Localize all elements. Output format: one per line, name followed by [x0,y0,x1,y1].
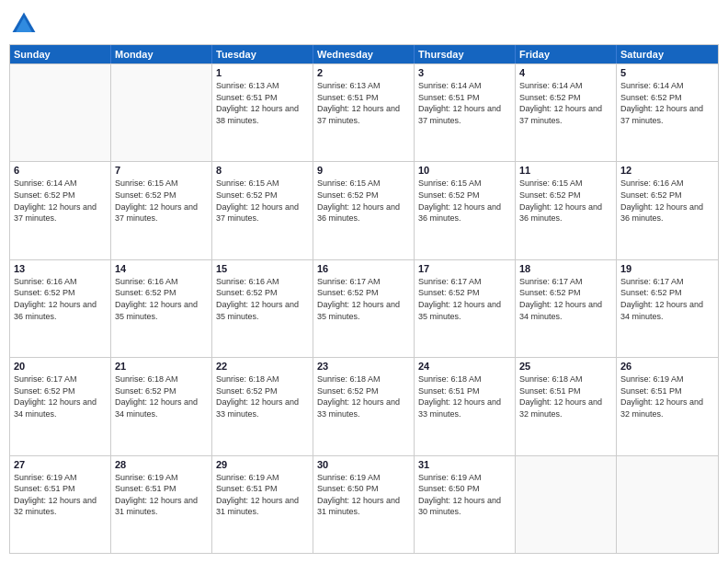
day-number: 25 [519,361,612,372]
cell-info: Sunrise: 6:17 AM Sunset: 6:52 PM Dayligh… [418,276,511,322]
cell-info: Sunrise: 6:19 AM Sunset: 6:51 PM Dayligh… [115,472,208,518]
cell-info: Sunrise: 6:13 AM Sunset: 6:51 PM Dayligh… [216,80,309,126]
calendar-cell-16: 16Sunrise: 6:17 AM Sunset: 6:52 PM Dayli… [313,260,415,357]
calendar-cell-30: 30Sunrise: 6:19 AM Sunset: 6:50 PM Dayli… [313,456,415,553]
day-number: 14 [115,263,208,274]
cell-info: Sunrise: 6:18 AM Sunset: 6:51 PM Dayligh… [418,373,511,419]
calendar-cell-10: 10Sunrise: 6:15 AM Sunset: 6:52 PM Dayli… [415,162,516,259]
calendar-cell-27: 27Sunrise: 6:19 AM Sunset: 6:51 PM Dayli… [10,456,111,553]
calendar-cell-5: 5Sunrise: 6:14 AM Sunset: 6:52 PM Daylig… [617,64,718,161]
calendar-cell-11: 11Sunrise: 6:15 AM Sunset: 6:52 PM Dayli… [516,162,617,259]
calendar-cell-4: 4Sunrise: 6:14 AM Sunset: 6:52 PM Daylig… [516,64,617,161]
cell-info: Sunrise: 6:18 AM Sunset: 6:52 PM Dayligh… [216,373,309,419]
cell-info: Sunrise: 6:16 AM Sunset: 6:52 PM Dayligh… [14,276,107,322]
day-number: 31 [418,459,511,470]
cell-info: Sunrise: 6:13 AM Sunset: 6:51 PM Dayligh… [317,80,410,126]
cell-info: Sunrise: 6:17 AM Sunset: 6:52 PM Dayligh… [620,276,714,322]
day-number: 2 [317,67,410,78]
calendar-cell-empty [10,64,111,161]
day-number: 4 [519,67,612,78]
cell-info: Sunrise: 6:16 AM Sunset: 6:52 PM Dayligh… [115,276,208,322]
day-number: 8 [216,165,309,176]
calendar-cell-28: 28Sunrise: 6:19 AM Sunset: 6:51 PM Dayli… [111,456,212,553]
day-number: 22 [216,361,309,372]
calendar-cell-15: 15Sunrise: 6:16 AM Sunset: 6:52 PM Dayli… [212,260,313,357]
calendar-cell-14: 14Sunrise: 6:16 AM Sunset: 6:52 PM Dayli… [111,260,212,357]
cell-info: Sunrise: 6:17 AM Sunset: 6:52 PM Dayligh… [519,276,612,322]
calendar-cell-3: 3Sunrise: 6:14 AM Sunset: 6:51 PM Daylig… [415,64,516,161]
calendar-cell-18: 18Sunrise: 6:17 AM Sunset: 6:52 PM Dayli… [516,260,617,357]
day-number: 24 [418,361,511,372]
day-number: 15 [216,263,309,274]
cell-info: Sunrise: 6:14 AM Sunset: 6:51 PM Dayligh… [418,80,511,126]
day-number: 16 [317,263,410,274]
calendar-cell-8: 8Sunrise: 6:15 AM Sunset: 6:52 PM Daylig… [212,162,313,259]
day-number: 1 [216,67,309,78]
cell-info: Sunrise: 6:19 AM Sunset: 6:50 PM Dayligh… [418,472,511,518]
calendar-cell-26: 26Sunrise: 6:19 AM Sunset: 6:51 PM Dayli… [617,358,718,454]
day-number: 29 [216,459,309,470]
calendar-cell-7: 7Sunrise: 6:15 AM Sunset: 6:52 PM Daylig… [111,162,212,259]
calendar-cell-empty [111,64,212,161]
day-number: 27 [14,459,107,470]
cell-info: Sunrise: 6:14 AM Sunset: 6:52 PM Dayligh… [519,80,612,126]
calendar-cell-19: 19Sunrise: 6:17 AM Sunset: 6:52 PM Dayli… [617,260,718,357]
day-number: 13 [14,263,107,274]
weekday-header-tuesday: Tuesday [212,45,313,63]
calendar-cell-20: 20Sunrise: 6:17 AM Sunset: 6:52 PM Dayli… [10,358,111,454]
calendar-cell-12: 12Sunrise: 6:16 AM Sunset: 6:52 PM Dayli… [617,162,718,259]
day-number: 21 [115,361,208,372]
day-number: 6 [14,165,107,176]
day-number: 12 [620,165,714,176]
calendar-row-2: 13Sunrise: 6:16 AM Sunset: 6:52 PM Dayli… [10,259,718,357]
day-number: 23 [317,361,410,372]
calendar: SundayMondayTuesdayWednesdayThursdayFrid… [9,44,719,554]
calendar-cell-2: 2Sunrise: 6:13 AM Sunset: 6:51 PM Daylig… [313,64,415,161]
calendar-row-0: 1Sunrise: 6:13 AM Sunset: 6:51 PM Daylig… [10,63,718,161]
calendar-cell-25: 25Sunrise: 6:18 AM Sunset: 6:51 PM Dayli… [516,358,617,454]
calendar-cell-13: 13Sunrise: 6:16 AM Sunset: 6:52 PM Dayli… [10,260,111,357]
cell-info: Sunrise: 6:15 AM Sunset: 6:52 PM Dayligh… [317,178,410,224]
weekday-header-sunday: Sunday [10,45,111,63]
cell-info: Sunrise: 6:18 AM Sunset: 6:51 PM Dayligh… [519,373,612,419]
calendar-cell-31: 31Sunrise: 6:19 AM Sunset: 6:50 PM Dayli… [415,456,516,553]
calendar-row-3: 20Sunrise: 6:17 AM Sunset: 6:52 PM Dayli… [10,357,718,454]
cell-info: Sunrise: 6:18 AM Sunset: 6:52 PM Dayligh… [115,373,208,419]
calendar-cell-1: 1Sunrise: 6:13 AM Sunset: 6:51 PM Daylig… [212,64,313,161]
cell-info: Sunrise: 6:16 AM Sunset: 6:52 PM Dayligh… [216,276,309,322]
day-number: 30 [317,459,410,470]
day-number: 9 [317,165,410,176]
calendar-cell-9: 9Sunrise: 6:15 AM Sunset: 6:52 PM Daylig… [313,162,415,259]
day-number: 7 [115,165,208,176]
page: SundayMondayTuesdayWednesdayThursdayFrid… [0,0,728,563]
header [9,9,719,39]
weekday-header-saturday: Saturday [617,45,718,63]
calendar-header: SundayMondayTuesdayWednesdayThursdayFrid… [10,45,718,63]
cell-info: Sunrise: 6:15 AM Sunset: 6:52 PM Dayligh… [115,178,208,224]
day-number: 20 [14,361,107,372]
calendar-cell-22: 22Sunrise: 6:18 AM Sunset: 6:52 PM Dayli… [212,358,313,454]
weekday-header-monday: Monday [111,45,212,63]
day-number: 3 [418,67,511,78]
calendar-cell-21: 21Sunrise: 6:18 AM Sunset: 6:52 PM Dayli… [111,358,212,454]
cell-info: Sunrise: 6:19 AM Sunset: 6:51 PM Dayligh… [620,373,714,419]
day-number: 5 [620,67,714,78]
cell-info: Sunrise: 6:19 AM Sunset: 6:51 PM Dayligh… [216,472,309,518]
day-number: 11 [519,165,612,176]
calendar-cell-17: 17Sunrise: 6:17 AM Sunset: 6:52 PM Dayli… [415,260,516,357]
cell-info: Sunrise: 6:15 AM Sunset: 6:52 PM Dayligh… [519,178,612,224]
cell-info: Sunrise: 6:19 AM Sunset: 6:51 PM Dayligh… [14,472,107,518]
cell-info: Sunrise: 6:17 AM Sunset: 6:52 PM Dayligh… [317,276,410,322]
day-number: 17 [418,263,511,274]
calendar-row-4: 27Sunrise: 6:19 AM Sunset: 6:51 PM Dayli… [10,455,718,553]
cell-info: Sunrise: 6:15 AM Sunset: 6:52 PM Dayligh… [216,178,309,224]
cell-info: Sunrise: 6:14 AM Sunset: 6:52 PM Dayligh… [14,178,107,224]
calendar-body: 1Sunrise: 6:13 AM Sunset: 6:51 PM Daylig… [10,63,718,553]
cell-info: Sunrise: 6:18 AM Sunset: 6:52 PM Dayligh… [317,373,410,419]
weekday-header-thursday: Thursday [415,45,516,63]
calendar-cell-empty [516,456,617,553]
day-number: 28 [115,459,208,470]
day-number: 18 [519,263,612,274]
cell-info: Sunrise: 6:15 AM Sunset: 6:52 PM Dayligh… [418,178,511,224]
weekday-header-wednesday: Wednesday [313,45,415,63]
